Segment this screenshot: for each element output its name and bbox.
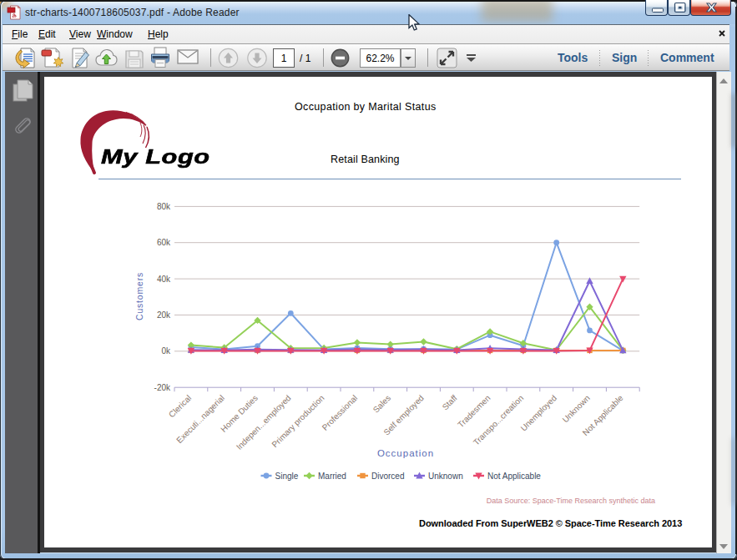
svg-text:0k: 0k <box>161 346 171 356</box>
svg-text:Clerical: Clerical <box>167 393 193 419</box>
svg-text:Professional: Professional <box>321 393 360 432</box>
svg-text:Single: Single <box>275 472 299 481</box>
svg-text:Unknown: Unknown <box>561 393 592 424</box>
svg-text:60k: 60k <box>157 238 171 247</box>
svg-text:80k: 80k <box>157 202 171 211</box>
svg-text:Occupation: Occupation <box>377 448 434 458</box>
svg-text:Not Applicable: Not Applicable <box>487 472 541 481</box>
svg-text:Divorced: Divorced <box>371 472 404 481</box>
svg-text:Unknown: Unknown <box>428 472 463 481</box>
svg-text:Unemployed: Unemployed <box>519 393 558 432</box>
svg-text:20k: 20k <box>157 310 171 320</box>
svg-text:Customers: Customers <box>134 272 144 320</box>
svg-text:-20k: -20k <box>154 383 171 392</box>
svg-text:Data Source: Space-Time Resear: Data Source: Space-Time Research synthet… <box>487 497 655 505</box>
svg-text:Married: Married <box>318 472 346 481</box>
svg-text:40k: 40k <box>157 275 171 284</box>
svg-text:Tradesmen: Tradesmen <box>456 393 492 429</box>
svg-text:Staff: Staff <box>441 393 459 411</box>
svg-text:Sales: Sales <box>371 393 392 414</box>
